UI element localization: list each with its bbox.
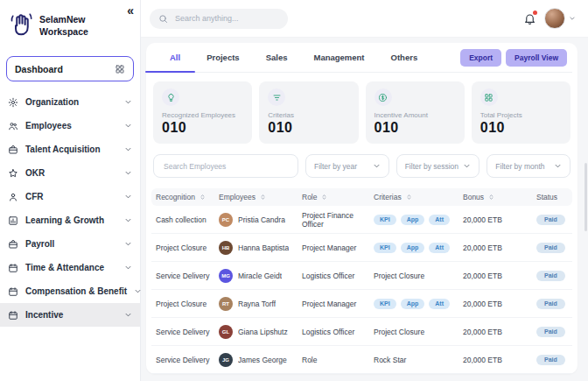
sidebar-item-dashboard[interactable]: Dashboard bbox=[6, 56, 134, 81]
role-cell: Logistics Officer bbox=[302, 272, 374, 280]
criteria-badge: KPI bbox=[374, 299, 396, 309]
sidebar-item-employees[interactable]: Employees bbox=[0, 114, 140, 138]
sidebar-item-organization[interactable]: Organization bbox=[0, 90, 140, 114]
star-icon bbox=[8, 168, 18, 179]
chevron-down-icon bbox=[134, 287, 142, 295]
payroll-view-button[interactable]: Payroll View bbox=[506, 49, 567, 67]
collapse-sidebar-icon[interactable]: « bbox=[127, 4, 134, 18]
chevron-down-icon bbox=[373, 162, 381, 170]
calendar-icon bbox=[8, 286, 18, 297]
sort-icon bbox=[260, 193, 266, 201]
criterias-cell: Project Closure bbox=[374, 328, 463, 336]
sidebar-item-label: Time & Attendance bbox=[25, 263, 117, 272]
criterias-cell: Rock Star bbox=[374, 356, 463, 364]
filter-icon bbox=[272, 93, 282, 102]
column-header-label: Criterias bbox=[374, 193, 402, 201]
chevron-down-icon bbox=[124, 193, 132, 201]
status-cell: Paid bbox=[536, 215, 568, 225]
sidebar-item-learning-growth[interactable]: Learning & Growth bbox=[0, 208, 140, 232]
bonus-cell: 20,000 ETB bbox=[463, 215, 536, 224]
column-header-label: Bonus bbox=[463, 193, 484, 201]
filter-dropdown-filter-by-session[interactable]: Filter by session bbox=[396, 154, 480, 178]
bonus-cell: 20,000 ETB bbox=[463, 328, 536, 336]
tab-management[interactable]: Management bbox=[300, 43, 377, 72]
status-cell: Paid bbox=[536, 271, 568, 281]
employee-name: Hanna Baptista bbox=[238, 243, 289, 252]
employee-search-field[interactable] bbox=[153, 154, 298, 178]
recognition-cell: Service Delivery bbox=[156, 272, 219, 280]
column-header-recognition[interactable]: Recognition bbox=[156, 193, 219, 201]
export-button[interactable]: Export bbox=[460, 49, 501, 67]
stat-card-label: Criterias bbox=[268, 111, 349, 119]
employee-name: Giana Lipshutz bbox=[238, 328, 288, 336]
criterias-cell: KPIAppAtt bbox=[374, 299, 463, 309]
sidebar-item-label: Payroll bbox=[25, 239, 117, 249]
tabs: AllProjectsSalesManagementOthers bbox=[157, 43, 430, 72]
sidebar-item-compensation-benefit[interactable]: Compensation & Benefit bbox=[0, 279, 140, 303]
stat-cards: Recognized Employees010Criterias010Incen… bbox=[153, 81, 570, 144]
avatar: PC bbox=[219, 213, 233, 227]
employee-cell: HBHanna Baptista bbox=[219, 241, 302, 255]
recognition-cell: Project Closure bbox=[156, 243, 219, 252]
filter-dropdown-filter-by-year[interactable]: Filter by year bbox=[305, 154, 389, 178]
criteria-badge: Att bbox=[429, 299, 450, 309]
column-header-bonus[interactable]: Bonus bbox=[463, 193, 536, 201]
tab-all[interactable]: All bbox=[157, 43, 193, 72]
recognition-cell: Service Delivery bbox=[156, 328, 219, 336]
employee-cell: PCPristia Candra bbox=[219, 213, 302, 227]
stat-card-total-projects: Total Projects010 bbox=[472, 81, 570, 144]
brand-name: SelamNew Workspace bbox=[39, 11, 88, 38]
criteria-badge: App bbox=[401, 215, 425, 225]
sidebar-item-payroll[interactable]: Payroll bbox=[0, 232, 140, 256]
sidebar-item-label: Employees bbox=[25, 121, 117, 131]
criteria-badge: KPI bbox=[374, 215, 396, 225]
criterias-cell: KPIAppAtt bbox=[374, 243, 463, 253]
search-input[interactable] bbox=[173, 13, 279, 24]
column-header-criterias[interactable]: Criterias bbox=[374, 193, 463, 201]
filter-dropdown-filter-by-month[interactable]: Filter by month bbox=[486, 154, 570, 178]
chevron-down-icon bbox=[554, 162, 562, 170]
global-search[interactable] bbox=[150, 9, 288, 29]
employee-search-input[interactable] bbox=[162, 161, 290, 172]
status-cell: Paid bbox=[536, 327, 568, 337]
sort-icon bbox=[321, 193, 327, 201]
sidebar-item-okr[interactable]: OKR bbox=[0, 161, 140, 185]
status-badge: Paid bbox=[536, 299, 565, 309]
bonus-cell: 20,000 ETB bbox=[463, 272, 536, 280]
stat-icon-circle bbox=[268, 88, 285, 106]
employee-name: Miracle Geidt bbox=[238, 272, 282, 280]
sidebar-item-incentive[interactable]: Incentive bbox=[0, 303, 140, 327]
avatar: MG bbox=[219, 269, 233, 283]
stat-card-value: 010 bbox=[268, 120, 349, 136]
column-header-status[interactable]: Status bbox=[536, 193, 568, 201]
sidebar-item-label: Compensation & Benefit bbox=[25, 286, 127, 296]
grid-icon bbox=[484, 93, 494, 102]
sidebar-item-time-attendance[interactable]: Time & Attendance bbox=[0, 256, 140, 279]
topbar bbox=[141, 0, 588, 38]
avatar: GL bbox=[219, 325, 233, 339]
sidebar-item-label: Talent Acquisition bbox=[25, 145, 117, 154]
filter-dropdown-label: Filter by session bbox=[405, 162, 458, 171]
profile-menu[interactable] bbox=[544, 8, 576, 29]
bonus-cell: 20,000 ETB bbox=[463, 243, 536, 252]
sidebar-item-talent-acquisition[interactable]: Talent Acquisition bbox=[0, 138, 140, 161]
status-cell: Paid bbox=[536, 243, 568, 253]
sidebar-item-label: CFR bbox=[25, 192, 117, 201]
tab-projects[interactable]: Projects bbox=[193, 43, 253, 72]
sort-icon bbox=[406, 193, 412, 201]
sidebar-item-cfr[interactable]: CFR bbox=[0, 185, 140, 208]
column-header-role[interactable]: Role bbox=[302, 193, 374, 201]
status-cell: Paid bbox=[536, 355, 568, 365]
column-header-employees[interactable]: Employees bbox=[219, 193, 302, 201]
table-row: Project ClosureRTRayna TorffProject Mana… bbox=[151, 290, 572, 318]
user-avatar bbox=[544, 8, 565, 29]
filter-dropdown-label: Filter by month bbox=[495, 162, 544, 171]
scrollbar-thumb[interactable] bbox=[584, 163, 587, 231]
brand-line2: Workspace bbox=[39, 26, 88, 39]
tab-others[interactable]: Others bbox=[378, 43, 431, 72]
tab-sales[interactable]: Sales bbox=[253, 43, 301, 72]
main-area: AllProjectsSalesManagementOthers Export … bbox=[141, 0, 588, 381]
tabs-row: AllProjectsSalesManagementOthers Export … bbox=[151, 43, 572, 73]
notification-bell-icon[interactable] bbox=[523, 12, 536, 25]
chevron-down-icon bbox=[463, 162, 471, 170]
